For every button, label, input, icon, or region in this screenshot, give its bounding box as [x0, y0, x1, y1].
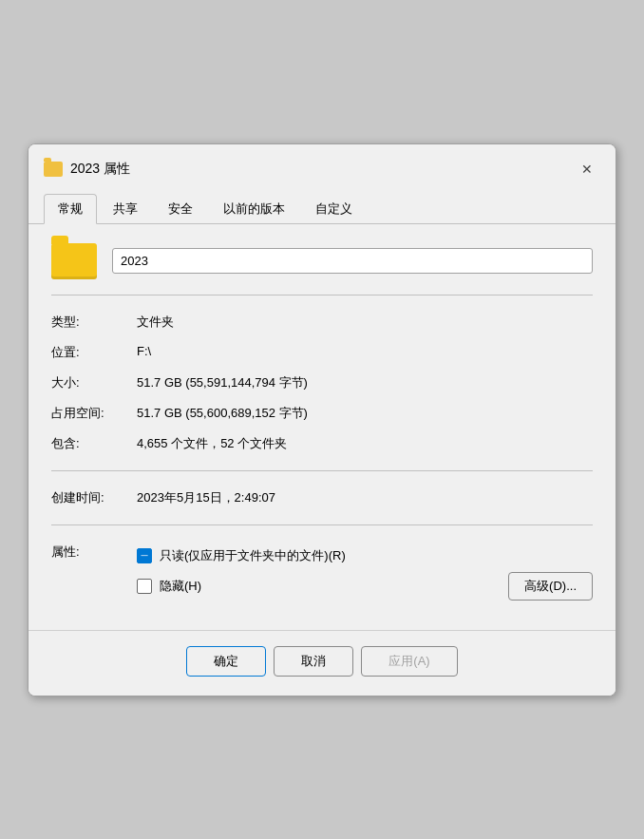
folder-name-input[interactable]: [112, 248, 593, 274]
size-value: 51.7 GB (55,591,144,794 字节): [137, 374, 308, 391]
location-row: 位置: F:\: [51, 337, 593, 368]
readonly-checkbox[interactable]: [137, 548, 152, 563]
disk-size-row: 占用空间: 51.7 GB (55,600,689,152 字节): [51, 398, 593, 429]
apply-button[interactable]: 应用(A): [361, 646, 457, 677]
title-bar: 2023 属性 ✕: [28, 144, 616, 182]
hidden-checkbox[interactable]: [137, 579, 152, 594]
tab-previous-versions[interactable]: 以前的版本: [209, 194, 299, 223]
info-table: 类型: 文件夹 位置: F:\ 大小: 51.7 GB (55,591,144,…: [51, 307, 593, 459]
size-row: 大小: 51.7 GB (55,591,144,794 字节): [51, 368, 593, 398]
created-value: 2023年5月15日，2:49:07: [137, 489, 275, 506]
contains-label: 包含:: [51, 435, 137, 452]
advanced-button[interactable]: 高级(D)...: [508, 572, 593, 601]
disk-size-label: 占用空间:: [51, 405, 137, 422]
location-label: 位置:: [51, 344, 137, 361]
size-label: 大小:: [51, 374, 137, 391]
tabs-bar: 常规 共享 安全 以前的版本 自定义: [28, 186, 616, 224]
readonly-row: 只读(仅应用于文件夹中的文件)(R): [137, 543, 593, 568]
created-row: 创建时间: 2023年5月15日，2:49:07: [51, 483, 593, 513]
cancel-button[interactable]: 取消: [274, 646, 353, 677]
folder-name-row: [51, 243, 593, 279]
hidden-label: 隐藏(H): [160, 578, 201, 595]
divider-2: [51, 470, 593, 471]
location-value: F:\: [137, 344, 151, 358]
divider-3: [51, 524, 593, 525]
type-row: 类型: 文件夹: [51, 307, 593, 337]
hidden-row: 隐藏(H) 高级(D)...: [137, 568, 593, 604]
attributes-section: 属性: 只读(仅应用于文件夹中的文件)(R) 隐藏(H) 高级(D)...: [51, 537, 593, 611]
created-label: 创建时间:: [51, 489, 137, 506]
tab-security[interactable]: 安全: [154, 194, 207, 223]
properties-window: 2023 属性 ✕ 常规 共享 安全 以前的版本 自定义 类型: 文件夹 位置:…: [28, 143, 616, 696]
contains-row: 包含: 4,655 个文件，52 个文件夹: [51, 429, 593, 459]
attributes-label: 属性:: [51, 543, 137, 561]
title-bar-left: 2023 属性: [44, 161, 130, 178]
folder-icon-large: [51, 243, 97, 279]
type-label: 类型:: [51, 314, 137, 331]
ok-button[interactable]: 确定: [186, 646, 266, 677]
tab-customize[interactable]: 自定义: [301, 194, 367, 223]
contains-value: 4,655 个文件，52 个文件夹: [137, 435, 287, 452]
attributes-controls: 只读(仅应用于文件夹中的文件)(R) 隐藏(H) 高级(D)...: [137, 543, 593, 604]
created-table: 创建时间: 2023年5月15日，2:49:07: [51, 483, 593, 513]
hidden-left: 隐藏(H): [137, 578, 201, 595]
folder-icon-title: [44, 162, 63, 177]
disk-size-value: 51.7 GB (55,600,689,152 字节): [137, 405, 308, 422]
type-value: 文件夹: [137, 314, 174, 331]
readonly-label: 只读(仅应用于文件夹中的文件)(R): [160, 547, 346, 564]
bottom-buttons: 确定 取消 应用(A): [28, 630, 616, 696]
tab-general[interactable]: 常规: [44, 194, 97, 224]
tab-content: 类型: 文件夹 位置: F:\ 大小: 51.7 GB (55,591,144,…: [28, 224, 616, 630]
tab-share[interactable]: 共享: [99, 194, 152, 223]
close-button[interactable]: ✕: [574, 156, 600, 182]
divider-1: [51, 295, 593, 296]
window-title: 2023 属性: [70, 161, 130, 178]
